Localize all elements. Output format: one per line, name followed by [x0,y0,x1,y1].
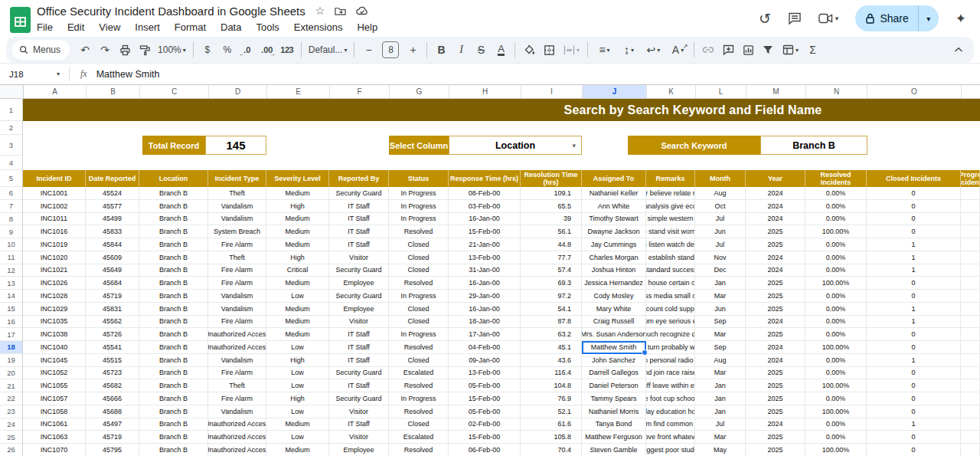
cell[interactable]: Vandalism [208,303,266,316]
cell[interactable]: 45833 [86,225,139,238]
cell[interactable]: e listen watch dec [646,238,695,251]
paint-format-button[interactable] [136,41,154,59]
cell[interactable]: 05-Feb-00 [449,379,521,392]
cell[interactable]: Joshua Hinton [582,264,646,277]
cell[interactable]: Branch B [139,251,208,264]
cell[interactable]: 45541 [86,341,139,354]
cell[interactable]: 45524 [86,187,139,200]
menu-data[interactable]: Data [220,21,241,33]
cell[interactable]: In Progress [389,200,449,213]
cell[interactable]: 2025 [746,431,805,444]
row-header-23[interactable]: 23 [0,405,23,418]
cell[interactable]: 45719 [86,431,139,444]
row-header-6[interactable]: 6 [0,187,23,200]
version-history-icon[interactable]: ↺ [759,11,771,26]
cell[interactable]: Vandalism [208,405,266,418]
cell[interactable]: Low [266,290,329,303]
cell[interactable]: Escalated [389,431,449,444]
cell[interactable]: Nov [695,251,746,264]
cell[interactable]: 2024 [746,264,805,277]
cell[interactable]: System Breach [208,225,266,238]
comments-icon[interactable] [788,12,802,25]
cell[interactable]: Employee [329,303,389,316]
column-header-C[interactable]: C [140,85,209,98]
search-keyword-input[interactable]: Branch B [760,136,867,155]
cell[interactable]: 0 [867,290,961,303]
cell[interactable]: 45682 [86,379,139,392]
cell[interactable]: Unauthorized Access [208,418,266,431]
cell[interactable] [961,251,980,264]
cell[interactable]: Branch B [139,277,208,290]
cell[interactable]: Fire Alarm [208,392,266,405]
cell[interactable]: Matthew Ferguson [582,431,646,444]
insert-comment-button[interactable] [719,41,737,59]
cell[interactable]: 09-Jan-00 [449,354,521,367]
cell[interactable]: 45609 [86,251,139,264]
cell[interactable]: IT Staff [329,341,389,354]
font-select[interactable]: Defaul...▾ [306,41,350,59]
cell[interactable]: Branch B [139,341,208,354]
cell[interactable]: Unauthorized Access [208,328,266,341]
menu-help[interactable]: Help [357,21,377,33]
cell[interactable]: 0.00% [805,238,867,251]
text-rotation-button[interactable]: A↗▾ [666,41,689,59]
cell[interactable]: 13-Feb-00 [449,251,521,264]
column-header-partial[interactable] [962,85,980,98]
cell[interactable]: 0 [867,225,961,238]
cell[interactable]: Ann White [582,200,646,213]
cell[interactable]: 43.6 [521,354,582,367]
cell[interactable]: IT Staff [329,418,389,431]
cell[interactable]: 97.2 [521,290,582,303]
cell[interactable]: 0 [867,200,961,213]
cell[interactable]: 45497 [86,418,139,431]
cell[interactable] [961,418,980,431]
row-header-2[interactable]: 2 [0,121,23,135]
cell[interactable]: Medium [266,277,329,290]
row-header-26[interactable]: 26 [0,444,23,456]
cell[interactable]: Visitor [329,251,389,264]
cell[interactable]: 16-Jan-00 [449,213,521,226]
star-icon[interactable]: ☆ [315,5,325,16]
cell[interactable]: Jul [695,238,746,251]
print-button[interactable] [116,41,134,59]
cell[interactable]: Closed [389,418,449,431]
cell[interactable]: 44.8 [521,238,582,251]
cell[interactable]: INC1011 [23,213,86,226]
cell[interactable] [961,277,980,290]
cell[interactable]: Branch B [139,444,208,456]
cell[interactable]: Resolved [389,341,449,354]
cell[interactable]: INC1055 [23,379,86,392]
cell[interactable]: 0 [867,187,961,200]
column-header-H[interactable]: H [449,85,521,98]
cell[interactable]: Fire Alarm [208,277,266,290]
cell[interactable]: Security Guard [329,264,389,277]
cell[interactable]: INC1058 [23,405,86,418]
cell[interactable]: INC1045 [23,354,86,367]
cell[interactable] [961,444,980,456]
cell[interactable]: 0.00% [805,213,867,226]
cell[interactable]: Jun [695,225,746,238]
cell[interactable]: Security Guard [329,392,389,405]
name-box[interactable]: J18 ▾ [0,70,64,79]
functions-button[interactable]: Σ [803,41,822,59]
increase-font-size-button[interactable]: + [403,41,422,59]
cell[interactable] [961,405,980,418]
cell[interactable]: 31-Jan-00 [449,264,521,277]
cell[interactable] [961,303,980,316]
cell[interactable]: 77.7 [521,251,582,264]
cell[interactable]: 87.8 [521,316,582,329]
cell[interactable]: Branch B [139,290,208,303]
row-header-24[interactable]: 24 [0,418,23,431]
menus-search-button[interactable]: Menus [12,40,70,60]
cell[interactable]: 0 [867,405,961,418]
cell[interactable]: Mar [695,431,746,444]
horizontal-align-button[interactable]: ≡▾ [593,41,616,59]
cell[interactable]: Mar [695,290,746,303]
column-header-J[interactable]: J [583,85,647,98]
cell[interactable]: 1 [867,264,961,277]
row-header-3[interactable]: 3 [0,135,23,156]
cell[interactable]: 0 [867,392,961,405]
create-filter-button[interactable] [759,41,777,59]
menu-extensions[interactable]: Extensions [294,21,343,33]
cell[interactable]: Medium [266,213,329,226]
